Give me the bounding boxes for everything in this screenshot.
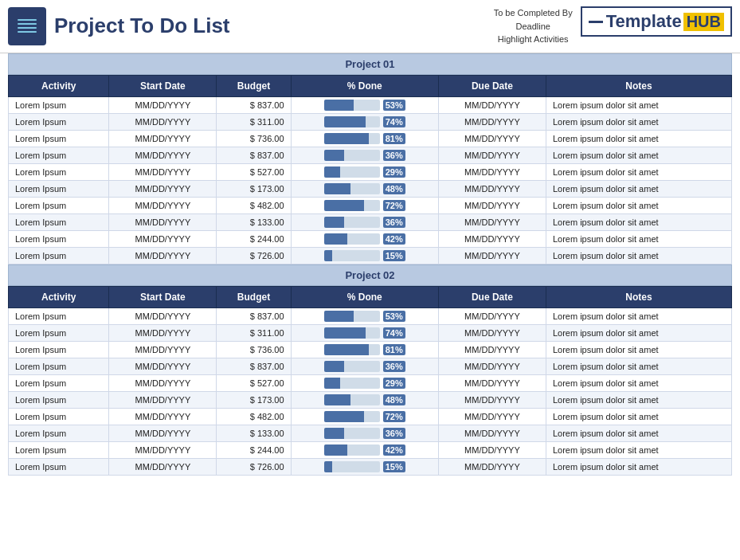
budget-cell[interactable]: $ 837.00 bbox=[217, 358, 291, 374]
budget-cell[interactable]: $ 726.00 bbox=[217, 458, 291, 475]
due-date-cell[interactable]: MM/DD/YYYY bbox=[438, 374, 546, 391]
due-date-cell[interactable]: MM/DD/YYYY bbox=[438, 163, 546, 180]
due-date-cell[interactable]: MM/DD/YYYY bbox=[438, 96, 546, 113]
start-date-cell[interactable]: MM/DD/YYYY bbox=[109, 458, 217, 475]
budget-cell[interactable]: $ 736.00 bbox=[217, 341, 291, 358]
header-left: Project To Do List bbox=[8, 7, 230, 45]
start-date-cell[interactable]: MM/DD/YYYY bbox=[109, 425, 217, 441]
notes-cell[interactable]: Lorem ipsum dolor sit amet bbox=[546, 425, 731, 441]
budget-cell[interactable]: $ 837.00 bbox=[217, 96, 291, 113]
notes-cell[interactable]: Lorem ipsum dolor sit amet bbox=[546, 324, 731, 341]
start-date-cell[interactable]: MM/DD/YYYY bbox=[109, 408, 217, 425]
notes-cell[interactable]: Lorem ipsum dolor sit amet bbox=[546, 113, 731, 130]
notes-cell[interactable]: Lorem ipsum dolor sit amet bbox=[546, 374, 731, 391]
due-date-cell[interactable]: MM/DD/YYYY bbox=[438, 458, 546, 475]
budget-cell[interactable]: $ 837.00 bbox=[217, 307, 291, 324]
notes-cell[interactable]: Lorem ipsum dolor sit amet bbox=[546, 358, 731, 374]
table-row: Lorem IpsumMM/DD/YYYY$ 736.00 81% MM/DD/… bbox=[9, 130, 732, 147]
budget-cell[interactable]: $ 133.00 bbox=[217, 425, 291, 441]
budget-cell[interactable]: $ 837.00 bbox=[217, 147, 291, 163]
progress-bar-fill bbox=[324, 250, 333, 261]
start-date-cell[interactable]: MM/DD/YYYY bbox=[109, 163, 217, 180]
start-date-cell[interactable]: MM/DD/YYYY bbox=[109, 358, 217, 374]
budget-cell[interactable]: $ 173.00 bbox=[217, 180, 291, 197]
start-date-cell[interactable]: MM/DD/YYYY bbox=[109, 341, 217, 358]
due-date-cell[interactable]: MM/DD/YYYY bbox=[438, 197, 546, 213]
start-date-cell[interactable]: MM/DD/YYYY bbox=[109, 113, 217, 130]
budget-cell[interactable]: $ 173.00 bbox=[217, 391, 291, 408]
col-header-4: Due Date bbox=[438, 286, 546, 307]
notes-cell[interactable]: Lorem ipsum dolor sit amet bbox=[546, 307, 731, 324]
notes-cell[interactable]: Lorem ipsum dolor sit amet bbox=[546, 391, 731, 408]
budget-cell[interactable]: $ 133.00 bbox=[217, 213, 291, 230]
notes-cell[interactable]: Lorem ipsum dolor sit amet bbox=[546, 130, 731, 147]
notes-cell[interactable]: Lorem ipsum dolor sit amet bbox=[546, 458, 731, 475]
col-header-3: % Done bbox=[291, 286, 438, 307]
progress-bar-fill bbox=[324, 116, 366, 127]
due-date-cell[interactable]: MM/DD/YYYY bbox=[438, 213, 546, 230]
start-date-cell[interactable]: MM/DD/YYYY bbox=[109, 441, 217, 458]
notes-cell[interactable]: Lorem ipsum dolor sit amet bbox=[546, 441, 731, 458]
budget-cell[interactable]: $ 244.00 bbox=[217, 441, 291, 458]
notes-cell[interactable]: Lorem ipsum dolor sit amet bbox=[546, 147, 731, 163]
start-date-cell[interactable]: MM/DD/YYYY bbox=[109, 324, 217, 341]
start-date-cell[interactable]: MM/DD/YYYY bbox=[109, 391, 217, 408]
progress-bar-wrap: 53% bbox=[298, 311, 432, 322]
budget-cell[interactable]: $ 482.00 bbox=[217, 408, 291, 425]
budget-cell[interactable]: $ 726.00 bbox=[217, 247, 291, 264]
notes-cell[interactable]: Lorem ipsum dolor sit amet bbox=[546, 213, 731, 230]
due-date-cell[interactable]: MM/DD/YYYY bbox=[438, 341, 546, 358]
due-date-cell[interactable]: MM/DD/YYYY bbox=[438, 130, 546, 147]
progress-bar-bg bbox=[324, 166, 380, 178]
budget-cell[interactable]: $ 311.00 bbox=[217, 324, 291, 341]
budget-cell[interactable]: $ 311.00 bbox=[217, 113, 291, 130]
progress-bar-wrap: 53% bbox=[298, 100, 432, 111]
activity-cell: Lorem Ipsum bbox=[9, 96, 109, 113]
notes-cell[interactable]: Lorem ipsum dolor sit amet bbox=[546, 180, 731, 197]
budget-cell[interactable]: $ 527.00 bbox=[217, 374, 291, 391]
start-date-cell[interactable]: MM/DD/YYYY bbox=[109, 307, 217, 324]
due-date-cell[interactable]: MM/DD/YYYY bbox=[438, 324, 546, 341]
due-date-cell[interactable]: MM/DD/YYYY bbox=[438, 408, 546, 425]
progress-bar-bg bbox=[324, 361, 380, 372]
start-date-cell[interactable]: MM/DD/YYYY bbox=[109, 96, 217, 113]
start-date-cell[interactable]: MM/DD/YYYY bbox=[109, 197, 217, 213]
start-date-cell[interactable]: MM/DD/YYYY bbox=[109, 180, 217, 197]
budget-cell[interactable]: $ 736.00 bbox=[217, 130, 291, 147]
deadline-info: To be Completed By Deadline Highlight Ac… bbox=[494, 6, 573, 46]
start-date-cell[interactable]: MM/DD/YYYY bbox=[109, 374, 217, 391]
due-date-cell[interactable]: MM/DD/YYYY bbox=[438, 147, 546, 163]
notes-cell[interactable]: Lorem ipsum dolor sit amet bbox=[546, 247, 731, 264]
budget-cell[interactable]: $ 244.00 bbox=[217, 230, 291, 247]
progress-bar-bg bbox=[324, 116, 380, 127]
progress-label: 36% bbox=[383, 428, 405, 439]
due-date-cell[interactable]: MM/DD/YYYY bbox=[438, 247, 546, 264]
start-date-cell[interactable]: MM/DD/YYYY bbox=[109, 213, 217, 230]
due-date-cell[interactable]: MM/DD/YYYY bbox=[438, 425, 546, 441]
budget-cell[interactable]: $ 527.00 bbox=[217, 163, 291, 180]
notes-cell[interactable]: Lorem ipsum dolor sit amet bbox=[546, 230, 731, 247]
due-date-cell[interactable]: MM/DD/YYYY bbox=[438, 441, 546, 458]
due-date-cell[interactable]: MM/DD/YYYY bbox=[438, 391, 546, 408]
start-date-cell[interactable]: MM/DD/YYYY bbox=[109, 147, 217, 163]
percent-done-cell: 48% bbox=[291, 391, 438, 408]
activity-cell: Lorem Ipsum bbox=[9, 180, 109, 197]
due-date-cell[interactable]: MM/DD/YYYY bbox=[438, 113, 546, 130]
notes-cell[interactable]: Lorem ipsum dolor sit amet bbox=[546, 96, 731, 113]
notes-cell[interactable]: Lorem ipsum dolor sit amet bbox=[546, 163, 731, 180]
progress-bar-bg bbox=[324, 250, 380, 261]
due-date-cell[interactable]: MM/DD/YYYY bbox=[438, 230, 546, 247]
deadline-line3: Highlight Activities bbox=[494, 33, 573, 46]
start-date-cell[interactable]: MM/DD/YYYY bbox=[109, 230, 217, 247]
due-date-cell[interactable]: MM/DD/YYYY bbox=[438, 358, 546, 374]
notes-cell[interactable]: Lorem ipsum dolor sit amet bbox=[546, 341, 731, 358]
due-date-cell[interactable]: MM/DD/YYYY bbox=[438, 307, 546, 324]
notes-cell[interactable]: Lorem ipsum dolor sit amet bbox=[546, 197, 731, 213]
start-date-cell[interactable]: MM/DD/YYYY bbox=[109, 130, 217, 147]
table-row: Lorem IpsumMM/DD/YYYY$ 837.00 36% MM/DD/… bbox=[9, 358, 732, 374]
start-date-cell[interactable]: MM/DD/YYYY bbox=[109, 247, 217, 264]
budget-cell[interactable]: $ 482.00 bbox=[217, 197, 291, 213]
notes-cell[interactable]: Lorem ipsum dolor sit amet bbox=[546, 408, 731, 425]
due-date-cell[interactable]: MM/DD/YYYY bbox=[438, 180, 546, 197]
table-row: Lorem IpsumMM/DD/YYYY$ 311.00 74% MM/DD/… bbox=[9, 113, 732, 130]
